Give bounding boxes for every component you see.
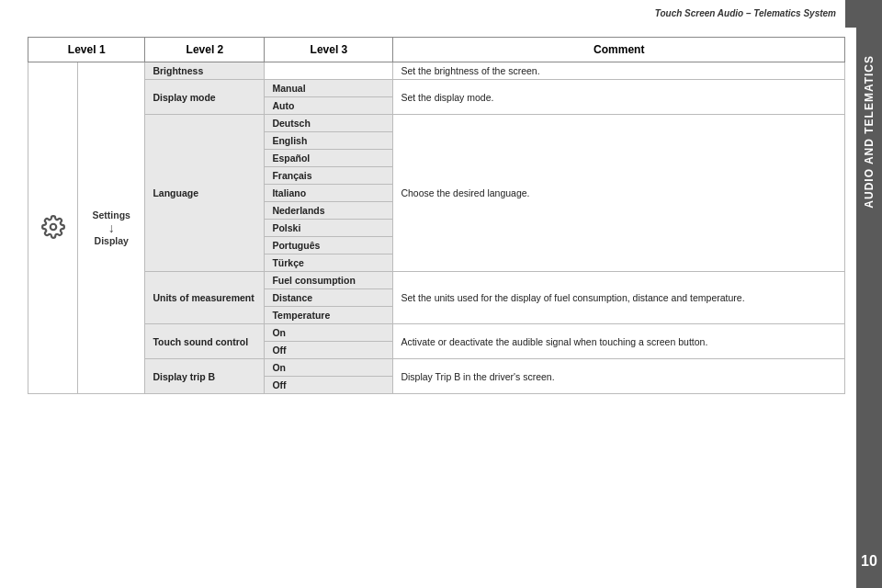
settings-display-cell: Settings ↓ Display	[78, 62, 145, 394]
lang-turkce: Türkçe	[265, 254, 393, 272]
settings-label: Settings	[93, 209, 130, 220]
sidebar-number: 10	[861, 553, 877, 570]
units-level2: Units of measurement	[145, 272, 265, 324]
trip-b-off: Off	[265, 377, 393, 394]
sidebar-label: AUDIO and TELEMATICS	[863, 55, 876, 209]
tab-indicator	[845, 0, 856, 28]
lang-english: English	[265, 132, 393, 150]
language-level2: Language	[145, 115, 265, 272]
header-level2: Level 2	[145, 38, 265, 62]
touch-sound-comment: Activate or deactivate the audible signa…	[393, 324, 845, 359]
display-trip-level2: Display trip B	[145, 359, 265, 394]
display-mode-comment: Set the display mode.	[393, 80, 845, 115]
lang-italiano: Italiano	[265, 185, 393, 202]
lang-deutsch: Deutsch	[265, 115, 393, 132]
lang-nederlands: Nederlands	[265, 202, 393, 220]
table-row: Display mode Manual Set the display mode…	[28, 80, 845, 97]
header-comment: Comment	[393, 38, 845, 62]
touch-sound-off: Off	[265, 342, 393, 359]
lang-espanol: Español	[265, 150, 393, 167]
units-temperature: Temperature	[265, 307, 393, 324]
display-mode-level2: Display mode	[145, 80, 265, 115]
display-mode-auto: Auto	[265, 97, 393, 115]
display-label: Display	[95, 235, 129, 246]
lang-polski: Polski	[265, 220, 393, 237]
page-header: Touch Screen Audio – Telematics System	[0, 7, 845, 18]
svg-point-0	[50, 224, 56, 231]
table-row: Touch sound control On Activate or deact…	[28, 324, 845, 342]
units-distance: Distance	[265, 289, 393, 307]
arrow-down-icon: ↓	[85, 220, 137, 235]
touch-sound-level2: Touch sound control	[145, 324, 265, 359]
trip-b-on: On	[265, 359, 393, 377]
table-row: Display trip B On Display Trip B in the …	[28, 359, 845, 377]
units-fuel: Fuel consumption	[265, 272, 393, 289]
brightness-level3	[265, 62, 393, 80]
lang-francais: Français	[265, 167, 393, 185]
table-row: Settings ↓ Display Brightness Set the br…	[28, 62, 845, 80]
header-level3: Level 3	[265, 38, 393, 62]
units-comment: Set the units used for the display of fu…	[393, 272, 845, 324]
table-row: Units of measurement Fuel consumption Se…	[28, 272, 845, 289]
main-content: Level 1 Level 2 Level 3 Comment Settings…	[28, 37, 845, 579]
brightness-comment: Set the brightness of the screen.	[393, 62, 845, 80]
lang-portugues: Português	[265, 237, 393, 254]
brightness-level2: Brightness	[145, 62, 265, 80]
settings-icon-cell	[28, 62, 78, 394]
table-row: Language Deutsch Choose the desired lang…	[28, 115, 845, 132]
display-mode-manual: Manual	[265, 80, 393, 97]
language-comment: Choose the desired language.	[393, 115, 845, 272]
settings-icon	[41, 215, 65, 239]
page-title: Touch Screen Audio – Telematics System	[655, 8, 836, 18]
touch-sound-on: On	[265, 324, 393, 342]
menu-table: Level 1 Level 2 Level 3 Comment Settings…	[28, 37, 845, 394]
header-level1: Level 1	[28, 38, 145, 62]
trip-b-comment: Display Trip B in the driver's screen.	[393, 359, 845, 394]
right-sidebar: AUDIO and TELEMATICS 10	[856, 0, 882, 588]
